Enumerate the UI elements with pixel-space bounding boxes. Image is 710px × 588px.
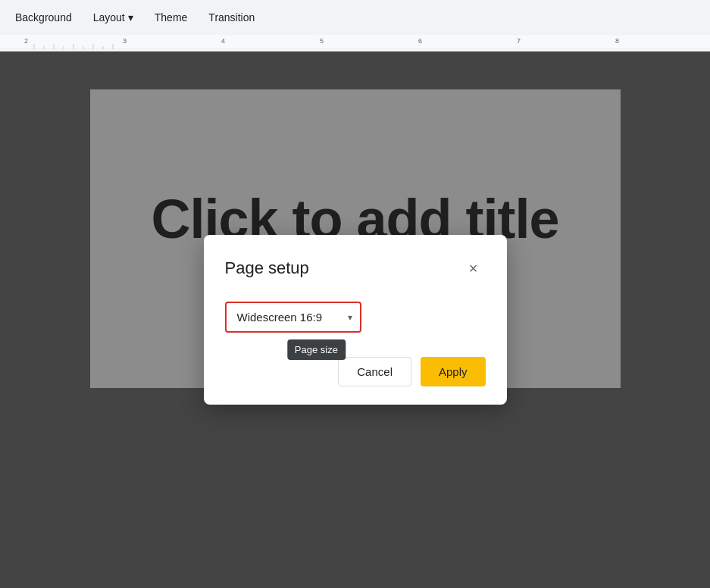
theme-button[interactable]: Theme (145, 7, 197, 28)
svg-text:4: 4 (221, 37, 225, 45)
modal-footer: Cancel Apply (225, 357, 486, 386)
svg-text:3: 3 (123, 37, 127, 45)
layout-label: Layout (93, 11, 125, 23)
modal-header: Page setup × (225, 256, 486, 280)
transition-label: Transition (208, 11, 255, 23)
close-icon: × (469, 261, 478, 276)
background-label: Background (15, 11, 72, 23)
toolbar: Background Layout ▾ Theme Transition (0, 0, 710, 35)
theme-label: Theme (155, 11, 188, 23)
svg-text:5: 5 (320, 37, 324, 45)
background-button[interactable]: Background (6, 7, 81, 28)
page-size-tooltip: Page size (287, 339, 346, 360)
modal-overlay: Page setup × Widescreen 16:9 Standard 4:… (0, 52, 710, 588)
ruler-svg: 2 3 4 5 6 7 8 (0, 35, 710, 49)
page-size-dropdown[interactable]: Widescreen 16:9 Standard 4:3 Custom (225, 302, 361, 333)
modal-body: Widescreen 16:9 Standard 4:3 Custom ▾ Pa… (225, 302, 361, 333)
svg-text:7: 7 (517, 37, 521, 45)
ruler: 2 3 4 5 6 7 8 (0, 35, 710, 52)
svg-text:2: 2 (24, 37, 28, 45)
modal-close-button[interactable]: × (461, 256, 486, 280)
apply-button[interactable]: Apply (421, 357, 486, 386)
svg-text:6: 6 (418, 37, 422, 45)
main-area: Click to add title Click to add subtitle… (0, 52, 710, 588)
page-setup-modal: Page setup × Widescreen 16:9 Standard 4:… (204, 235, 507, 405)
dropdown-wrapper: Widescreen 16:9 Standard 4:3 Custom ▾ Pa… (225, 302, 361, 333)
svg-text:8: 8 (615, 37, 619, 45)
cancel-button[interactable]: Cancel (338, 357, 411, 386)
modal-title: Page setup (225, 258, 309, 278)
layout-chevron-icon: ▾ (128, 11, 133, 23)
tooltip-text: Page size (295, 344, 338, 355)
transition-button[interactable]: Transition (199, 7, 264, 28)
layout-button[interactable]: Layout ▾ (84, 7, 142, 28)
